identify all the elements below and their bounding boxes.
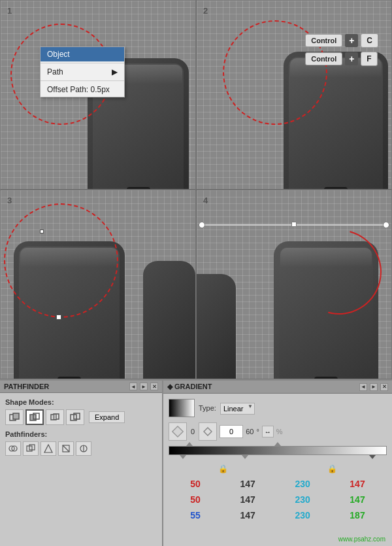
color-values-section: 🔒 🔒 50 147 230 147 50 147 230 147 bbox=[169, 464, 387, 523]
plus-icon-2: + bbox=[345, 52, 358, 65]
pathfinder-titlebar: PATHFINDER ◄ ► ✕ bbox=[0, 381, 162, 393]
anchor-point-q3 bbox=[56, 315, 61, 320]
gradient-handle-left[interactable] bbox=[199, 222, 205, 228]
key-f[interactable]: F bbox=[361, 52, 377, 66]
quadrant-3: 3 bbox=[0, 190, 196, 379]
gradient-handle-right[interactable] bbox=[383, 222, 389, 228]
gradient-title: ◆ GRADIENT bbox=[167, 383, 212, 391]
plus-icon-1: + bbox=[345, 34, 358, 47]
device-shape-q4-left bbox=[197, 274, 236, 379]
percent-label: % bbox=[276, 428, 283, 435]
context-menu-item-object[interactable]: Object bbox=[41, 47, 124, 61]
titlebar-controls-gr: ◄ ► ✕ bbox=[359, 383, 388, 391]
svg-rect-6 bbox=[54, 415, 56, 419]
quad-number-3: 3 bbox=[7, 196, 12, 205]
gradient-bar[interactable] bbox=[169, 446, 387, 455]
shape-btn-unite[interactable] bbox=[5, 409, 24, 425]
quadrants-grid: 1 Object Path ▶ Offset Path: 0.5px 2 bbox=[0, 0, 392, 379]
pf-close-btn[interactable]: ✕ bbox=[150, 383, 158, 390]
shortcut-row-1: Control + C bbox=[305, 33, 378, 48]
color-val-a3: 187 bbox=[350, 509, 365, 522]
color-val-b2: 230 bbox=[295, 493, 310, 506]
svg-marker-13 bbox=[44, 445, 52, 452]
gr-close-btn[interactable]: ✕ bbox=[380, 383, 388, 391]
svg-marker-20 bbox=[204, 428, 212, 435]
quadrant-4: 4 bbox=[196, 190, 392, 379]
shape-btn-exclude[interactable] bbox=[66, 409, 84, 425]
pf-icon-5[interactable] bbox=[76, 441, 91, 456]
lock-icons-row: 🔒 🔒 bbox=[169, 464, 387, 473]
key-c[interactable]: C bbox=[361, 33, 378, 48]
context-menu-separator bbox=[41, 63, 124, 63]
pathfinders-label: Pathfinders: bbox=[5, 430, 157, 438]
svg-line-15 bbox=[63, 445, 69, 452]
lock-icon-2: 🔒 bbox=[327, 464, 337, 473]
shape-btn-minus[interactable] bbox=[25, 409, 44, 425]
path-label: Path bbox=[47, 67, 63, 77]
pf-icon-1[interactable] bbox=[5, 441, 21, 456]
angle-diamond-icon bbox=[199, 422, 217, 441]
color-val-b1: 230 bbox=[295, 477, 310, 490]
red-circle-q3 bbox=[4, 203, 118, 318]
pathfinder-icons bbox=[5, 441, 157, 456]
angle-num-label: 0 bbox=[189, 428, 196, 435]
device-shape-q3-right bbox=[143, 261, 195, 379]
color-val-r2: 50 bbox=[190, 493, 201, 506]
pf-icon-4[interactable] bbox=[58, 441, 74, 456]
color-val-a2: 147 bbox=[350, 493, 365, 506]
quad-number-2: 2 bbox=[203, 6, 208, 16]
pf-icon-3[interactable] bbox=[41, 441, 56, 456]
quadrant-2: 2 Control + C Control + F bbox=[196, 0, 392, 190]
gradient-stop-bottom-right[interactable] bbox=[369, 455, 376, 459]
gradient-stop-bottom-mid[interactable] bbox=[242, 455, 248, 459]
panels-row: PATHFINDER ◄ ► ✕ Shape Modes: bbox=[0, 379, 392, 546]
type-select[interactable]: Linear bbox=[220, 403, 255, 415]
context-menu-item-offset[interactable]: Offset Path: 0.5px bbox=[41, 82, 124, 97]
gradient-panel-body: Type: Linear 0 60 ° bbox=[163, 394, 392, 528]
expand-button[interactable]: Expand bbox=[89, 411, 125, 423]
pf-collapse-btn[interactable]: ◄ bbox=[129, 383, 137, 390]
svg-rect-1 bbox=[13, 413, 19, 419]
shape-btn-intersect[interactable] bbox=[46, 409, 64, 425]
gradient-preview bbox=[169, 399, 195, 417]
context-menu-item-path[interactable]: Path ▶ bbox=[41, 65, 124, 79]
device-notch-q3 bbox=[57, 377, 81, 379]
gradient-type-row: Type: Linear bbox=[169, 399, 387, 417]
reverse-gradient-btn[interactable]: ↔ bbox=[262, 426, 274, 437]
lock-icon-1: 🔒 bbox=[218, 464, 228, 473]
path-arrow: ▶ bbox=[112, 67, 118, 77]
degree-symbol: 60 bbox=[246, 428, 253, 435]
shape-modes-label: Shape Modes: bbox=[5, 398, 157, 406]
shortcut-panel: Control + C Control + F bbox=[305, 33, 378, 66]
titlebar-controls-pf: ◄ ► ✕ bbox=[129, 383, 158, 390]
type-label: Type: bbox=[199, 404, 216, 412]
angle-input[interactable] bbox=[220, 425, 243, 438]
color-val-b3: 230 bbox=[295, 509, 310, 522]
color-row-3: 55 147 230 187 bbox=[169, 507, 387, 523]
pf-icon-2[interactable] bbox=[23, 441, 39, 456]
gradient-bar-container bbox=[169, 446, 387, 455]
shortcut-row-2: Control + F bbox=[305, 52, 378, 66]
angle-row: 0 60 ° ↔ % bbox=[169, 422, 387, 441]
gradient-panel: ◆ GRADIENT ◄ ► ✕ Type: Linear bbox=[163, 381, 392, 546]
shape-mode-buttons: Expand bbox=[5, 409, 157, 425]
gradient-stop-top-left[interactable] bbox=[186, 442, 193, 446]
color-val-g3: 147 bbox=[240, 509, 255, 522]
color-val-g2: 147 bbox=[240, 493, 255, 506]
type-select-wrapper: Linear bbox=[220, 402, 255, 415]
control-btn-2[interactable]: Control bbox=[305, 52, 342, 65]
gradient-stop-bottom-left[interactable] bbox=[180, 455, 186, 459]
control-btn-1[interactable]: Control bbox=[305, 34, 342, 47]
context-menu-q1[interactable]: Object Path ▶ Offset Path: 0.5px bbox=[40, 46, 125, 97]
gr-collapse-btn[interactable]: ◄ bbox=[359, 383, 367, 391]
pathfinder-panel: PATHFINDER ◄ ► ✕ Shape Modes: bbox=[0, 381, 163, 546]
pathfinder-body: Shape Modes: Expand Pathfinders: bbox=[0, 393, 162, 461]
color-row-2: 50 147 230 147 bbox=[169, 492, 387, 507]
color-val-r3: 55 bbox=[190, 509, 201, 522]
gr-expand-btn[interactable]: ► bbox=[370, 383, 378, 391]
pf-expand-btn[interactable]: ► bbox=[140, 383, 148, 390]
color-val-r1: 50 bbox=[190, 477, 201, 490]
gradient-handle-mid[interactable] bbox=[291, 222, 297, 227]
gradient-stop-top-mid[interactable] bbox=[274, 442, 281, 446]
color-val-g1: 147 bbox=[240, 477, 255, 490]
